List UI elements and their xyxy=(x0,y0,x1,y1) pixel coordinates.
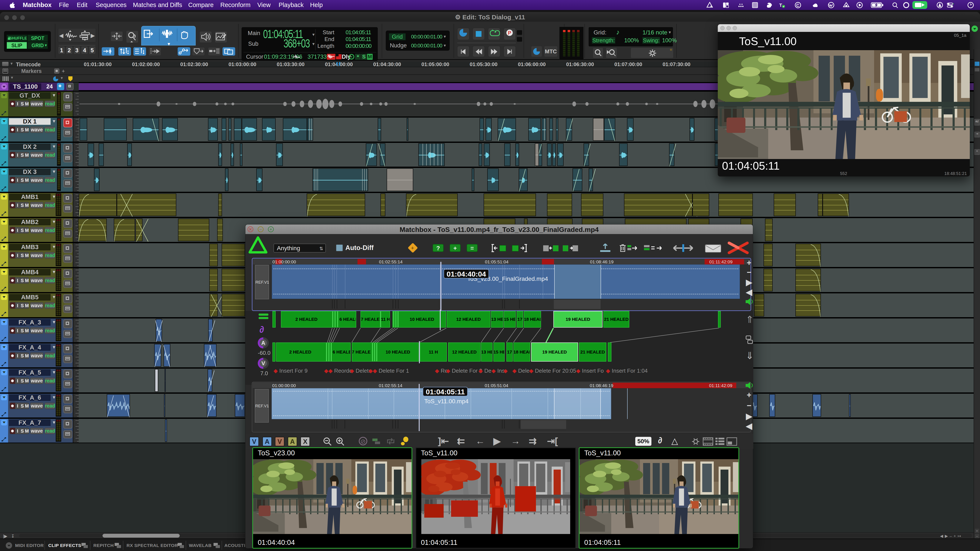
svg-text:T: T xyxy=(779,3,782,8)
svg-text:P: P xyxy=(508,30,511,36)
svg-text:V: V xyxy=(261,360,265,367)
svg-text:C: C xyxy=(796,3,799,8)
